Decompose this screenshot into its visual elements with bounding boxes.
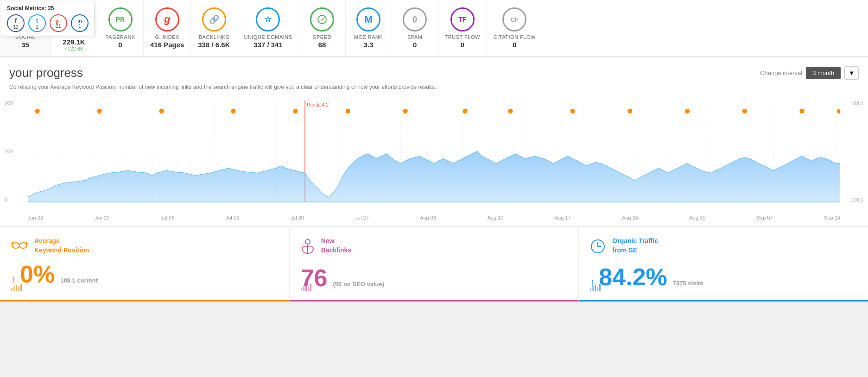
progress-title: your progress <box>9 66 83 80</box>
svg-point-6 <box>322 19 323 20</box>
metric-gindex[interactable]: g G. INDEX 416 Pages <box>144 0 191 56</box>
facebook-count: 12 <box>13 25 18 30</box>
x-label-aug03: Aug 03 <box>420 215 436 220</box>
svg-point-27 <box>159 109 164 113</box>
metric-trustflow[interactable]: TF TRUST FLOW 0 <box>438 0 487 56</box>
y-label-100: 100 <box>5 149 13 154</box>
svg-point-25 <box>35 109 39 113</box>
social-tooltip: Social Metrics: 35 f 12 t 1 g+ 21 in 1 <box>1 1 95 36</box>
traffic-big-value: ↑ 84.2% 7375 visits <box>590 265 857 289</box>
backlinks-title-text: NewBacklinks <box>321 237 351 255</box>
speed-icon-circle <box>310 7 334 31</box>
citationflow-icon-circle: CF <box>502 7 526 31</box>
progress-description: Correlating your Average Keyword Positio… <box>0 84 868 96</box>
gindex-value: 416 Pages <box>150 41 184 49</box>
svg-point-29 <box>293 109 298 113</box>
spam-value: 0 <box>413 41 417 49</box>
pagerank-value: 0 <box>118 41 122 49</box>
gindex-icon-circle: g <box>155 7 179 31</box>
keyword-value: 0% <box>20 262 55 286</box>
x-label-jun29: Jun 29 <box>94 215 109 220</box>
glasses-icon <box>11 239 28 253</box>
svg-point-36 <box>685 109 690 113</box>
svg-point-38 <box>799 109 804 113</box>
svg-rect-65 <box>597 287 598 291</box>
alexa-value: 229.1K <box>63 38 85 46</box>
keyword-big-value: ↑ 0% 108.1 current <box>11 262 278 286</box>
metric-citationflow[interactable]: CF CITATION FLOW 0 <box>487 0 542 56</box>
speed-label: SPEED <box>313 34 331 40</box>
traffic-title-text: Organic Trafficfrom SE <box>612 237 658 255</box>
citationflow-label: CITATION FLOW <box>494 34 536 40</box>
svg-point-28 <box>231 109 235 113</box>
svg-rect-53 <box>301 288 302 291</box>
traffic-sub: 7375 visits <box>673 280 703 286</box>
trustflow-icon-circle: TF <box>450 7 475 31</box>
chart-container: 200 100 0 Panda 4.2 <box>0 96 868 226</box>
x-label-sep14: Sep 14 <box>824 215 840 220</box>
x-label-jul27: Jul 27 <box>355 215 368 220</box>
metric-speed[interactable]: SPEED 68 <box>299 0 346 56</box>
metric-pagerank[interactable]: PR PAGERANK 0 <box>97 0 144 56</box>
svg-point-26 <box>97 109 102 113</box>
googleplus-circle[interactable]: g+ 21 <box>50 14 67 32</box>
progress-section: your progress Change interval 3 month ▼ … <box>0 57 868 226</box>
x-label-aug24: Aug 24 <box>622 215 638 220</box>
metric-spam[interactable]: 0 SPAM 0 <box>392 0 438 56</box>
metric-mozrank[interactable]: M MOZ RANK 3.3 <box>346 0 392 56</box>
svg-point-50 <box>305 239 310 244</box>
tooltip-title: Social Metrics: 35 <box>7 5 89 12</box>
y-label-200: 200 <box>5 101 13 106</box>
keyword-header: AverageKeyword Position <box>11 237 278 255</box>
interval-dropdown-button[interactable]: ▼ <box>844 66 859 80</box>
svg-rect-54 <box>303 286 304 291</box>
svg-point-61 <box>597 245 599 247</box>
keyword-sub: 108.1 current <box>60 277 98 283</box>
progress-header: your progress Change interval 3 month ▼ <box>0 57 868 84</box>
svg-point-41 <box>19 243 27 248</box>
facebook-icon: f <box>15 17 17 25</box>
social-icons-row: f 12 t 1 g+ 21 in 1 <box>7 14 89 32</box>
facebook-circle[interactable]: f 12 <box>7 14 25 32</box>
svg-rect-57 <box>310 284 311 291</box>
twitter-circle[interactable]: t 1 <box>28 14 46 32</box>
mozrank-icon-circle: M <box>356 7 380 31</box>
svg-point-35 <box>627 109 632 113</box>
backlinks-chart-icon <box>301 283 312 294</box>
spam-label: SPAM <box>407 34 422 40</box>
anchor-icon <box>301 239 315 258</box>
interval-3month-button[interactable]: 3 month <box>806 67 841 79</box>
x-label-aug10: Aug 10 <box>487 215 503 220</box>
svg-rect-56 <box>308 287 309 291</box>
traffic-title: Organic Trafficfrom SE <box>612 237 658 255</box>
y-label-0: 0 <box>5 197 13 202</box>
social-value: 35 <box>21 41 29 49</box>
svg-rect-48 <box>18 287 19 291</box>
svg-point-37 <box>742 109 747 113</box>
svg-point-40 <box>12 243 19 248</box>
svg-rect-45 <box>11 288 13 291</box>
metric-backlinks[interactable]: 🔗 BACKLINKS 338 / 6.6K <box>191 0 237 56</box>
x-label-jul06: Jul 06 <box>161 215 174 220</box>
traffic-chart-icon <box>590 283 601 294</box>
twitter-icon: t <box>36 17 38 25</box>
backlinks-value: 338 / 6.6K <box>198 41 230 49</box>
svg-rect-63 <box>592 286 594 291</box>
backlinks-sub: (56 no SEO value) <box>333 281 385 287</box>
stat-panel-keyword: AverageKeyword Position ↑ 0% 108.1 curre… <box>0 227 290 302</box>
y-right-bot: 110.1 <box>850 197 863 202</box>
svg-point-30 <box>346 109 350 113</box>
svg-rect-46 <box>13 286 15 291</box>
x-label-jul20: Jul 20 <box>291 215 304 220</box>
svg-point-33 <box>508 109 513 113</box>
svg-rect-55 <box>305 285 307 291</box>
stat-panel-traffic: Organic Trafficfrom SE ↑ 84.2% 7375 visi… <box>579 227 868 302</box>
svg-rect-47 <box>16 285 17 291</box>
traffic-value: 84.2% <box>599 265 667 289</box>
traffic-header: Organic Trafficfrom SE <box>590 237 857 258</box>
googleplus-icon: g+ <box>55 18 61 24</box>
metric-uniquedomains[interactable]: ☆ UNIQUE DOMAINS 337 / 341 <box>237 0 299 56</box>
svg-rect-49 <box>20 284 22 291</box>
linkedin-circle[interactable]: in 1 <box>71 14 89 32</box>
uniquedomains-value: 337 / 341 <box>253 41 283 49</box>
